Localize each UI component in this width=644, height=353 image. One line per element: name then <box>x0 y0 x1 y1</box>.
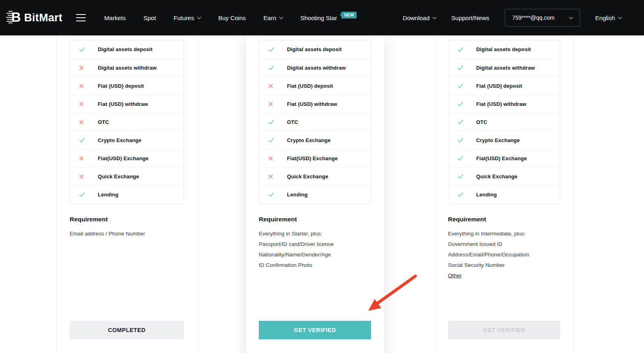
feature-label: Quick Exchange <box>287 173 328 180</box>
feature-label: Crypto Exchange <box>98 137 141 143</box>
cross-icon <box>78 118 86 126</box>
completed-button: COMPLETED <box>70 321 184 339</box>
feature-row: Crypto Exchange <box>448 131 560 149</box>
nav-markets[interactable]: Markets <box>104 14 126 21</box>
feature-label: OTC <box>98 119 109 125</box>
feature-label: Digital assets deposit <box>287 46 342 52</box>
requirement-line: Everything in Intermediate, plus: <box>448 229 560 239</box>
feature-row: Lending <box>70 185 184 203</box>
feature-label: Digital assets withdraw <box>476 65 535 71</box>
check-icon <box>457 46 464 53</box>
requirement-title: Requirement <box>259 216 371 223</box>
feature-row: OTC <box>70 113 184 131</box>
feature-label: Crypto Exchange <box>287 137 330 143</box>
get-verified-button[interactable]: GET VERIFIED <box>259 321 371 339</box>
requirement-title: Requirement <box>448 216 560 223</box>
chevron-down-icon <box>569 15 573 19</box>
check-icon <box>268 118 275 126</box>
nav-earn-label: Earn <box>264 14 277 21</box>
cross-icon <box>78 64 86 71</box>
top-navbar: B BitMart Markets Spot Futures Buy Coins… <box>0 0 644 35</box>
feature-label: Fiat (USD) deposit <box>476 83 522 89</box>
feature-row: Quick Exchange <box>259 167 371 185</box>
requirement-line: Social Security Number <box>448 260 560 270</box>
feature-list: Digital assets depositDigital assets wit… <box>259 40 371 204</box>
feature-label: Lending <box>287 192 308 198</box>
nav-download[interactable]: Download <box>403 14 436 21</box>
requirement-list: Email address / Phone Number <box>70 229 184 239</box>
chevron-down-icon <box>279 15 283 19</box>
nav-shooting-star-label: Shooting Star <box>300 14 337 21</box>
tier-card-advanced: Digital assets depositDigital assets wit… <box>435 35 574 353</box>
check-icon <box>78 191 86 198</box>
feature-label: Fiat(USD) Exchange <box>287 155 338 161</box>
cross-icon <box>268 100 275 107</box>
feature-label: Crypto Exchange <box>476 137 520 143</box>
feature-list: Digital assets depositDigital assets wit… <box>70 40 184 204</box>
requirement-line: Nationality/Name/Gender/Age <box>259 250 371 260</box>
account-dropdown[interactable]: 759****@qq.com <box>505 9 580 27</box>
nav-support-news[interactable]: Support/News <box>451 14 489 21</box>
feature-row: Fiat (USD) deposit <box>448 76 560 95</box>
nav-download-label: Download <box>403 14 430 21</box>
tier-card-starter: Digital assets depositDigital assets wit… <box>56 35 197 353</box>
feature-label: Fiat (USD) deposit <box>287 83 333 89</box>
cross-icon <box>78 155 86 162</box>
feature-row: Digital assets deposit <box>70 40 184 58</box>
nav-buy-coins[interactable]: Buy Coins <box>218 14 246 21</box>
nav-futures[interactable]: Futures <box>173 14 200 21</box>
bitmart-logo-icon: B <box>6 9 23 26</box>
feature-row: Fiat(USD) Exchange <box>259 149 371 167</box>
feature-label: Fiat (USD) withdraw <box>98 101 148 107</box>
feature-label: Digital assets withdraw <box>98 65 157 71</box>
feature-row: Digital assets withdraw <box>259 58 371 76</box>
feature-label: Fiat(USD) Exchange <box>476 155 527 161</box>
feature-label: OTC <box>476 119 487 125</box>
feature-row: Digital assets deposit <box>448 40 560 58</box>
cross-icon <box>268 155 275 162</box>
language-selector[interactable]: English <box>595 14 621 21</box>
nav-spot[interactable]: Spot <box>143 14 156 21</box>
feature-row: Crypto Exchange <box>70 131 184 149</box>
cross-icon <box>78 82 86 89</box>
verification-tiers-section: Digital assets depositDigital assets wit… <box>0 35 644 353</box>
feature-row: Digital assets withdraw <box>70 58 184 76</box>
feature-row: Fiat (USD) deposit <box>70 76 184 95</box>
check-icon <box>78 136 86 144</box>
feature-label: Fiat (USD) withdraw <box>287 101 337 107</box>
feature-label: Fiat (USD) deposit <box>98 83 144 89</box>
chevron-down-icon <box>433 15 437 19</box>
feature-label: Fiat (USD) withdraw <box>476 101 526 107</box>
requirement-line: Everything in Starter, plus: <box>259 229 371 239</box>
feature-row: Quick Exchange <box>448 167 560 185</box>
other-link[interactable]: Other <box>448 272 462 279</box>
feature-row: Digital assets withdraw <box>448 58 560 76</box>
cross-icon <box>78 173 86 180</box>
feature-row: Quick Exchange <box>70 167 184 185</box>
feature-row: OTC <box>448 113 560 131</box>
check-icon <box>457 191 464 198</box>
feature-label: Quick Exchange <box>476 173 518 180</box>
feature-label: Digital assets deposit <box>476 46 531 52</box>
requirement-line: Email address / Phone Number <box>70 229 184 239</box>
check-icon <box>268 191 275 198</box>
feature-row: Fiat(USD) Exchange <box>70 149 184 167</box>
hamburger-menu-button[interactable] <box>74 12 87 23</box>
brand-name: BitMart <box>24 12 62 24</box>
feature-label: OTC <box>287 119 298 125</box>
feature-row: Fiat (USD) withdraw <box>448 95 560 113</box>
nav-earn[interactable]: Earn <box>264 14 283 21</box>
requirement-list: Everything in Intermediate, plus:Governm… <box>448 229 560 281</box>
account-email: 759****@qq.com <box>512 14 555 21</box>
feature-list: Digital assets depositDigital assets wit… <box>448 40 560 204</box>
svg-text:B: B <box>11 10 21 25</box>
check-icon <box>268 46 275 53</box>
requirement-list: Everything in Starter, plus:Passport/ID … <box>259 229 371 270</box>
new-badge: NEW <box>341 12 357 19</box>
bitmart-logo[interactable]: B BitMart <box>6 9 62 26</box>
language-label: English <box>595 14 615 21</box>
feature-row: OTC <box>259 113 371 131</box>
nav-shooting-star[interactable]: Shooting Star NEW <box>300 14 357 21</box>
feature-row: Digital assets deposit <box>259 40 371 58</box>
feature-label: Fiat(USD) Exchange <box>98 155 149 161</box>
